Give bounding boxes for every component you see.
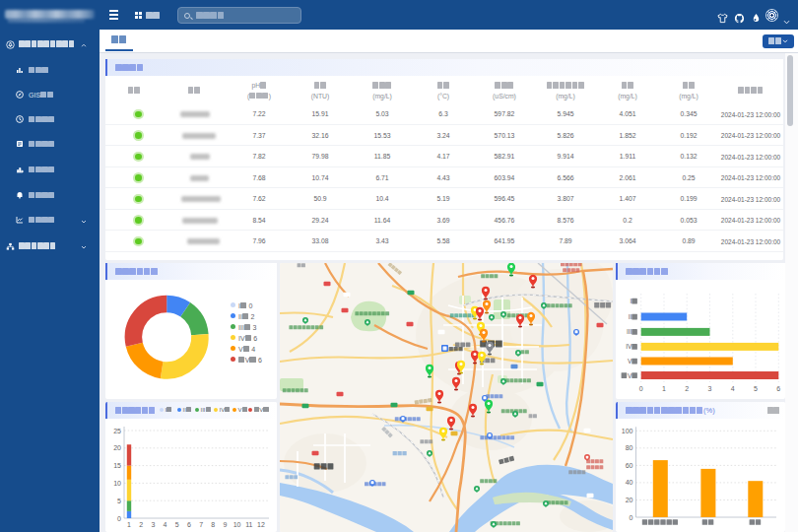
svg-text:5: 5 (117, 498, 121, 504)
svg-text:3: 3 (151, 521, 155, 528)
svg-text:40: 40 (626, 479, 633, 486)
svg-text:I: I (631, 298, 632, 304)
svg-text:4: 4 (164, 521, 167, 528)
svg-text:2: 2 (685, 385, 689, 392)
svg-text:V: V (628, 343, 632, 350)
svg-text:25: 25 (113, 428, 121, 434)
svg-text:60: 60 (626, 462, 633, 469)
svg-text:1: 1 (127, 521, 131, 528)
svg-text:10: 10 (233, 521, 241, 528)
svg-text:12: 12 (257, 521, 265, 528)
svg-text:20: 20 (113, 444, 121, 451)
svg-text:80: 80 (626, 444, 633, 451)
svg-text:100: 100 (622, 428, 633, 434)
svg-text:5: 5 (175, 521, 179, 528)
svg-text:9: 9 (223, 521, 227, 528)
svg-text:3: 3 (708, 385, 712, 392)
svg-text:11: 11 (245, 521, 252, 528)
svg-text:15: 15 (113, 462, 121, 469)
svg-text:7: 7 (199, 521, 203, 528)
svg-text:5: 5 (754, 385, 758, 392)
svg-text:1: 1 (662, 385, 666, 392)
svg-text:I: I (631, 328, 632, 335)
svg-text:0: 0 (639, 385, 643, 392)
svg-text:4: 4 (731, 385, 735, 392)
svg-text:8: 8 (211, 521, 215, 528)
svg-text:6: 6 (187, 521, 191, 528)
svg-text:0: 0 (117, 515, 121, 522)
svg-text:V: V (628, 372, 632, 379)
svg-text:20: 20 (626, 497, 633, 503)
svg-text:I: I (631, 313, 632, 320)
svg-text:10: 10 (113, 480, 121, 487)
svg-text:0: 0 (630, 514, 633, 521)
svg-text:6: 6 (776, 385, 780, 392)
svg-text:V: V (628, 358, 632, 365)
svg-text:2: 2 (139, 521, 143, 528)
